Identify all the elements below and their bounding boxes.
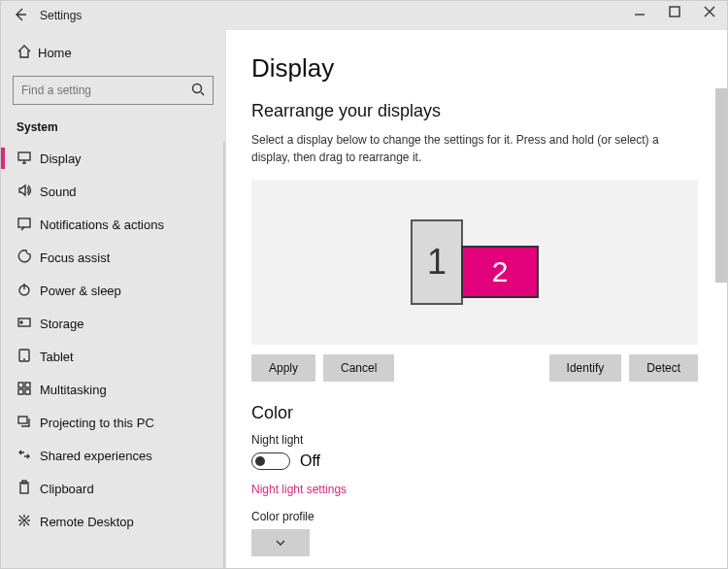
sidebar-item-label: Projecting to this PC xyxy=(40,416,154,430)
night-light-toggle[interactable]: Off xyxy=(251,452,698,470)
svg-rect-8 xyxy=(18,383,23,387)
scrollbar-thumb[interactable] xyxy=(715,88,727,283)
sidebar-item-clipboard[interactable]: Clipboard xyxy=(1,472,225,505)
sidebar-item-focus-assist[interactable]: Focus assist xyxy=(1,241,225,274)
sidebar-item-power-sleep[interactable]: Power & sleep xyxy=(1,274,225,307)
focus-assist-icon xyxy=(17,249,40,267)
svg-point-1 xyxy=(193,84,202,93)
tablet-icon xyxy=(17,348,40,366)
settings-window: Settings Home xyxy=(0,0,728,569)
sound-icon xyxy=(17,183,40,201)
sidebar-item-tablet[interactable]: Tablet xyxy=(1,340,225,373)
sidebar-item-label: Tablet xyxy=(40,350,74,364)
back-button[interactable] xyxy=(9,7,32,25)
category-label: System xyxy=(1,115,225,142)
sidebar-item-notifications[interactable]: Notifications & actions xyxy=(1,208,225,241)
minimize-button[interactable] xyxy=(622,1,657,30)
rearrange-description: Select a display below to change the set… xyxy=(251,131,698,166)
close-button[interactable] xyxy=(692,1,727,30)
color-profile-dropdown[interactable] xyxy=(251,529,310,556)
color-section: Color Night light Off Night light settin… xyxy=(251,403,698,556)
sidebar-item-display[interactable]: Display xyxy=(1,142,225,175)
sidebar-item-label: Notifications & actions xyxy=(40,218,164,232)
sidebar: Home System Display Sound xyxy=(1,30,226,568)
svg-rect-3 xyxy=(18,218,30,227)
window-title: Settings xyxy=(32,9,622,22)
svg-rect-2 xyxy=(18,152,30,160)
color-heading: Color xyxy=(251,403,698,423)
sidebar-item-multitasking[interactable]: Multitasking xyxy=(1,373,225,406)
monitor-1[interactable]: 1 xyxy=(411,219,463,305)
home-button[interactable]: Home xyxy=(1,30,225,76)
sidebar-item-label: Clipboard xyxy=(40,482,94,496)
arrangement-buttons: Apply Cancel Identify Detect xyxy=(251,354,698,382)
storage-icon xyxy=(17,315,40,333)
sidebar-item-label: Remote Desktop xyxy=(40,515,134,529)
projecting-icon xyxy=(17,414,40,432)
close-icon xyxy=(702,4,717,19)
multitasking-icon xyxy=(17,381,40,399)
sidebar-item-sound[interactable]: Sound xyxy=(1,175,225,208)
maximize-icon xyxy=(667,4,682,19)
search-wrap xyxy=(1,76,225,115)
svg-rect-10 xyxy=(18,389,23,394)
night-light-label: Night light xyxy=(251,433,698,447)
back-arrow-icon xyxy=(13,7,28,22)
sidebar-item-label: Storage xyxy=(40,317,84,331)
home-icon xyxy=(17,44,38,62)
sidebar-item-label: Focus assist xyxy=(40,251,110,265)
titlebar: Settings xyxy=(1,1,727,30)
rearrange-heading: Rearrange your displays xyxy=(251,101,698,121)
sidebar-item-label: Power & sleep xyxy=(40,284,121,298)
sidebar-item-label: Multitasking xyxy=(40,383,107,397)
nav-list: Display Sound Notifications & actions Fo… xyxy=(1,142,225,568)
svg-point-6 xyxy=(20,321,22,323)
power-icon xyxy=(17,282,40,300)
sidebar-item-remote-desktop[interactable]: Remote Desktop xyxy=(1,505,225,538)
toggle-pill-icon xyxy=(251,452,290,470)
sidebar-item-label: Shared experiences xyxy=(40,449,152,463)
display-arrangement-area[interactable]: 1 2 xyxy=(251,180,698,345)
notifications-icon xyxy=(17,216,40,234)
shared-icon xyxy=(17,447,40,465)
main-panel: Display Rearrange your displays Select a… xyxy=(226,30,727,568)
display-icon xyxy=(17,150,40,168)
search-input[interactable] xyxy=(13,76,214,105)
svg-rect-11 xyxy=(25,389,30,394)
remote-desktop-icon xyxy=(17,513,40,531)
search-icon xyxy=(190,82,206,100)
sidebar-item-label: Display xyxy=(40,151,82,166)
body: Home System Display Sound xyxy=(1,30,727,568)
page-title: Display xyxy=(251,53,698,84)
color-profile-label: Color profile xyxy=(251,510,698,523)
sidebar-item-shared-experiences[interactable]: Shared experiences xyxy=(1,439,225,472)
home-label: Home xyxy=(38,46,72,60)
maximize-button[interactable] xyxy=(657,1,692,30)
svg-rect-0 xyxy=(670,7,679,17)
sidebar-item-storage[interactable]: Storage xyxy=(1,307,225,340)
svg-rect-12 xyxy=(18,417,27,423)
sidebar-scrollbar[interactable] xyxy=(215,142,225,568)
chevron-down-icon xyxy=(273,535,288,551)
identify-button[interactable]: Identify xyxy=(549,354,622,382)
cancel-button[interactable]: Cancel xyxy=(323,354,394,382)
main-scrollbar[interactable] xyxy=(713,40,727,568)
night-light-settings-link[interactable]: Night light settings xyxy=(251,483,347,496)
sidebar-item-label: Sound xyxy=(40,184,77,199)
minimize-icon xyxy=(632,4,647,19)
clipboard-icon xyxy=(17,480,40,498)
detect-button[interactable]: Detect xyxy=(629,354,698,382)
apply-button[interactable]: Apply xyxy=(251,354,315,382)
night-light-state: Off xyxy=(300,452,320,470)
svg-rect-9 xyxy=(25,383,30,387)
sidebar-item-projecting[interactable]: Projecting to this PC xyxy=(1,406,225,439)
monitor-2[interactable]: 2 xyxy=(461,246,539,298)
